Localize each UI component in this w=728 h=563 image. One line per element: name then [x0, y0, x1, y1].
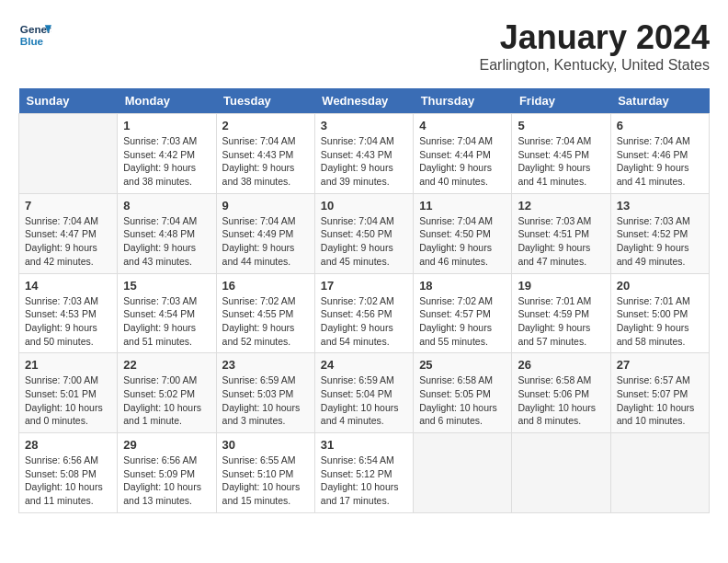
day-number: 8 [123, 199, 210, 213]
calendar-cell: 30Sunrise: 6:55 AM Sunset: 5:10 PM Dayli… [216, 433, 314, 513]
day-info: Sunrise: 7:02 AM Sunset: 4:56 PM Dayligh… [321, 294, 407, 349]
calendar-cell: 7Sunrise: 7:04 AM Sunset: 4:47 PM Daylig… [19, 193, 118, 273]
day-info: Sunrise: 6:54 AM Sunset: 5:12 PM Dayligh… [321, 454, 407, 508]
col-header-saturday: Saturday [610, 88, 709, 114]
day-info: Sunrise: 7:02 AM Sunset: 4:55 PM Dayligh… [222, 294, 309, 349]
calendar-cell: 29Sunrise: 6:56 AM Sunset: 5:09 PM Dayli… [118, 433, 216, 513]
day-info: Sunrise: 7:03 AM Sunset: 4:51 PM Dayligh… [518, 214, 604, 269]
day-info: Sunrise: 6:58 AM Sunset: 5:05 PM Dayligh… [419, 373, 506, 428]
calendar-cell: 4Sunrise: 7:04 AM Sunset: 4:44 PM Daylig… [414, 114, 512, 194]
calendar-cell [512, 433, 610, 513]
col-header-tuesday: Tuesday [216, 88, 314, 114]
calendar-cell: 18Sunrise: 7:02 AM Sunset: 4:57 PM Dayli… [414, 273, 512, 353]
day-info: Sunrise: 7:04 AM Sunset: 4:43 PM Dayligh… [222, 134, 309, 189]
day-number: 19 [518, 279, 604, 293]
day-number: 30 [222, 438, 309, 452]
col-header-thursday: Thursday [414, 88, 512, 114]
day-number: 5 [518, 119, 604, 132]
day-number: 10 [321, 199, 407, 213]
day-info: Sunrise: 6:59 AM Sunset: 5:04 PM Dayligh… [321, 373, 407, 428]
calendar-cell [414, 433, 512, 513]
calendar-cell: 9Sunrise: 7:04 AM Sunset: 4:49 PM Daylig… [216, 193, 314, 273]
title-block: January 2024 Earlington, Kentucky, Unite… [479, 18, 710, 74]
svg-text:Blue: Blue [20, 35, 44, 47]
calendar-week-row: 1Sunrise: 7:03 AM Sunset: 4:42 PM Daylig… [19, 114, 710, 194]
day-number: 7 [25, 199, 111, 213]
day-number: 2 [222, 119, 309, 132]
day-info: Sunrise: 7:01 AM Sunset: 4:59 PM Dayligh… [518, 294, 604, 349]
calendar-cell: 14Sunrise: 7:03 AM Sunset: 4:53 PM Dayli… [19, 273, 118, 353]
day-number: 11 [419, 199, 506, 213]
day-number: 23 [222, 358, 309, 372]
page-subtitle: Earlington, Kentucky, United States [479, 57, 710, 74]
calendar-cell: 21Sunrise: 7:00 AM Sunset: 5:01 PM Dayli… [19, 353, 118, 433]
day-number: 27 [617, 358, 703, 372]
day-number: 26 [518, 358, 604, 372]
day-number: 6 [617, 119, 703, 132]
day-info: Sunrise: 6:59 AM Sunset: 5:03 PM Dayligh… [222, 373, 309, 428]
day-number: 17 [321, 279, 407, 293]
calendar-cell: 31Sunrise: 6:54 AM Sunset: 5:12 PM Dayli… [314, 433, 413, 513]
day-number: 16 [222, 279, 309, 293]
calendar-cell: 3Sunrise: 7:04 AM Sunset: 4:43 PM Daylig… [314, 114, 413, 194]
day-info: Sunrise: 7:00 AM Sunset: 5:01 PM Dayligh… [25, 373, 111, 428]
calendar-cell: 15Sunrise: 7:03 AM Sunset: 4:54 PM Dayli… [118, 273, 216, 353]
logo: General Blue [18, 18, 51, 52]
col-header-friday: Friday [512, 88, 610, 114]
calendar-week-row: 14Sunrise: 7:03 AM Sunset: 4:53 PM Dayli… [19, 273, 710, 353]
day-info: Sunrise: 7:04 AM Sunset: 4:48 PM Dayligh… [123, 214, 210, 269]
day-info: Sunrise: 7:04 AM Sunset: 4:50 PM Dayligh… [321, 214, 407, 269]
calendar-week-row: 28Sunrise: 6:56 AM Sunset: 5:08 PM Dayli… [19, 433, 710, 513]
day-info: Sunrise: 7:03 AM Sunset: 4:54 PM Dayligh… [123, 294, 210, 349]
calendar-cell: 6Sunrise: 7:04 AM Sunset: 4:46 PM Daylig… [610, 114, 709, 194]
day-info: Sunrise: 7:04 AM Sunset: 4:50 PM Dayligh… [419, 214, 506, 269]
calendar-week-row: 7Sunrise: 7:04 AM Sunset: 4:47 PM Daylig… [19, 193, 710, 273]
day-number: 29 [123, 438, 210, 452]
calendar-cell: 28Sunrise: 6:56 AM Sunset: 5:08 PM Dayli… [19, 433, 118, 513]
calendar-cell: 20Sunrise: 7:01 AM Sunset: 5:00 PM Dayli… [610, 273, 709, 353]
day-info: Sunrise: 6:58 AM Sunset: 5:06 PM Dayligh… [518, 373, 604, 428]
day-number: 31 [321, 438, 407, 452]
day-info: Sunrise: 7:00 AM Sunset: 5:02 PM Dayligh… [123, 373, 210, 428]
day-number: 22 [123, 358, 210, 372]
day-info: Sunrise: 7:04 AM Sunset: 4:46 PM Dayligh… [617, 134, 703, 189]
day-number: 20 [617, 279, 703, 293]
calendar-cell: 1Sunrise: 7:03 AM Sunset: 4:42 PM Daylig… [118, 114, 216, 194]
day-number: 14 [25, 279, 111, 293]
page-title: January 2024 [479, 18, 710, 57]
calendar-cell: 5Sunrise: 7:04 AM Sunset: 4:45 PM Daylig… [512, 114, 610, 194]
day-info: Sunrise: 7:04 AM Sunset: 4:43 PM Dayligh… [321, 134, 407, 189]
day-number: 15 [123, 279, 210, 293]
day-number: 25 [419, 358, 506, 372]
calendar-cell: 25Sunrise: 6:58 AM Sunset: 5:05 PM Dayli… [414, 353, 512, 433]
calendar-table: SundayMondayTuesdayWednesdayThursdayFrid… [18, 88, 710, 513]
day-info: Sunrise: 7:03 AM Sunset: 4:53 PM Dayligh… [25, 294, 111, 349]
calendar-cell: 17Sunrise: 7:02 AM Sunset: 4:56 PM Dayli… [314, 273, 413, 353]
day-info: Sunrise: 7:01 AM Sunset: 5:00 PM Dayligh… [617, 294, 703, 349]
calendar-header-row: SundayMondayTuesdayWednesdayThursdayFrid… [19, 88, 710, 114]
calendar-cell: 8Sunrise: 7:04 AM Sunset: 4:48 PM Daylig… [118, 193, 216, 273]
calendar-cell: 19Sunrise: 7:01 AM Sunset: 4:59 PM Dayli… [512, 273, 610, 353]
calendar-cell: 26Sunrise: 6:58 AM Sunset: 5:06 PM Dayli… [512, 353, 610, 433]
day-info: Sunrise: 7:04 AM Sunset: 4:49 PM Dayligh… [222, 214, 309, 269]
day-number: 13 [617, 199, 703, 213]
calendar-cell [610, 433, 709, 513]
calendar-cell: 13Sunrise: 7:03 AM Sunset: 4:52 PM Dayli… [610, 193, 709, 273]
day-info: Sunrise: 7:04 AM Sunset: 4:44 PM Dayligh… [419, 134, 506, 189]
logo-icon: General Blue [18, 18, 51, 52]
day-number: 18 [419, 279, 506, 293]
col-header-wednesday: Wednesday [314, 88, 413, 114]
col-header-sunday: Sunday [19, 88, 118, 114]
calendar-cell: 12Sunrise: 7:03 AM Sunset: 4:51 PM Dayli… [512, 193, 610, 273]
day-number: 28 [25, 438, 111, 452]
calendar-cell: 22Sunrise: 7:00 AM Sunset: 5:02 PM Dayli… [118, 353, 216, 433]
day-number: 1 [123, 119, 210, 132]
day-info: Sunrise: 7:03 AM Sunset: 4:42 PM Dayligh… [123, 134, 210, 189]
day-number: 12 [518, 199, 604, 213]
page-header: General Blue January 2024 Earlington, Ke… [18, 18, 710, 74]
day-info: Sunrise: 6:57 AM Sunset: 5:07 PM Dayligh… [617, 373, 703, 428]
calendar-cell: 16Sunrise: 7:02 AM Sunset: 4:55 PM Dayli… [216, 273, 314, 353]
col-header-monday: Monday [118, 88, 216, 114]
day-info: Sunrise: 6:56 AM Sunset: 5:08 PM Dayligh… [25, 454, 111, 508]
calendar-cell: 2Sunrise: 7:04 AM Sunset: 4:43 PM Daylig… [216, 114, 314, 194]
